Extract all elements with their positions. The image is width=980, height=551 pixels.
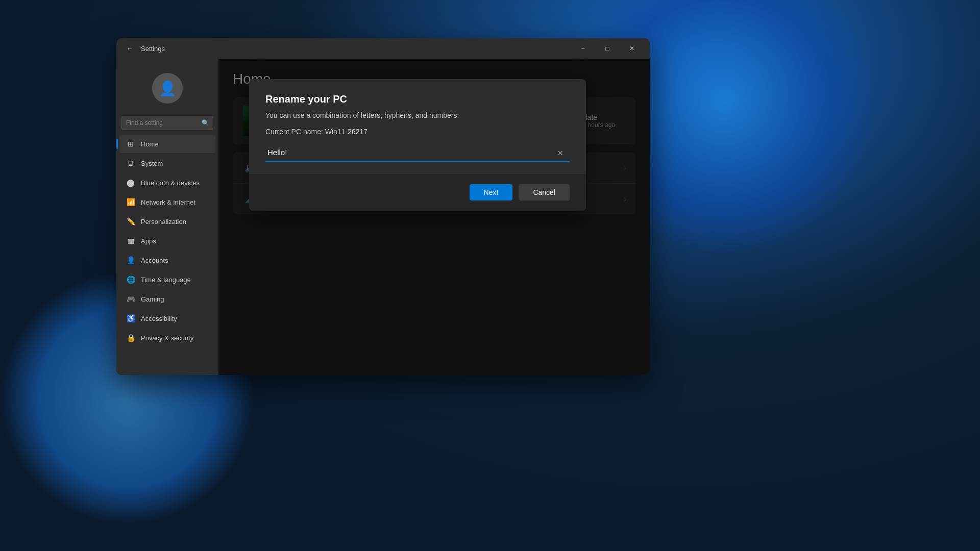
time-icon: 🌐 — [126, 274, 136, 285]
sidebar-label-privacy: Privacy & security — [141, 334, 193, 342]
sidebar-label-personalization: Personalization — [141, 218, 186, 226]
window-body: 👤 🔍 ⊞ Home 🖥 System ⬤ Bluetooth & device… — [116, 59, 650, 375]
system-icon: 🖥 — [126, 158, 136, 168]
next-button[interactable]: Next — [470, 184, 513, 201]
dialog-description: You can use a combination of letters, hy… — [265, 111, 570, 119]
sidebar-item-time[interactable]: 🌐 Time & language — [119, 270, 215, 289]
dialog-header: Rename your PC You can use a combination… — [249, 79, 586, 174]
cancel-button[interactable]: Cancel — [519, 184, 570, 201]
window-controls: − □ ✕ — [571, 40, 644, 57]
apps-icon: ▦ — [126, 236, 136, 246]
sidebar-item-personalization[interactable]: ✏️ Personalization — [119, 212, 215, 231]
rename-dialog: Rename your PC You can use a combination… — [249, 79, 586, 211]
minimize-button[interactable]: − — [571, 40, 595, 57]
gaming-icon: 🎮 — [126, 294, 136, 304]
window-title: Settings — [141, 45, 571, 53]
avatar-section: 👤 — [116, 63, 218, 112]
sidebar-item-apps[interactable]: ▦ Apps — [119, 232, 215, 250]
avatar[interactable]: 👤 — [152, 73, 183, 104]
accounts-icon: 👤 — [126, 255, 136, 265]
avatar-icon: 👤 — [159, 80, 177, 97]
sidebar-label-bluetooth: Bluetooth & devices — [141, 179, 200, 187]
accessibility-icon: ♿ — [126, 313, 136, 323]
privacy-icon: 🔒 — [126, 333, 136, 343]
back-button[interactable]: ← — [122, 41, 137, 56]
sidebar-label-time: Time & language — [141, 276, 191, 284]
restore-button[interactable]: □ — [596, 40, 619, 57]
pc-name-input[interactable] — [265, 144, 570, 162]
sidebar-item-gaming[interactable]: 🎮 Gaming — [119, 290, 215, 308]
input-clear-button[interactable]: ✕ — [555, 148, 566, 158]
sidebar-item-accessibility[interactable]: ♿ Accessibility — [119, 309, 215, 328]
sidebar-label-accessibility: Accessibility — [141, 315, 177, 322]
sidebar-label-system: System — [141, 160, 163, 167]
sidebar-label-network: Network & internet — [141, 198, 195, 206]
sidebar-item-home[interactable]: ⊞ Home — [119, 135, 215, 153]
sidebar-item-bluetooth[interactable]: ⬤ Bluetooth & devices — [119, 173, 215, 192]
sidebar-label-apps: Apps — [141, 237, 156, 245]
sidebar: 👤 🔍 ⊞ Home 🖥 System ⬤ Bluetooth & device… — [116, 59, 218, 375]
sidebar-item-system[interactable]: 🖥 System — [119, 154, 215, 172]
sidebar-label-home: Home — [141, 140, 159, 148]
titlebar: ← Settings − □ ✕ — [116, 38, 650, 59]
bluetooth-icon: ⬤ — [126, 178, 136, 188]
dialog-overlay: Rename your PC You can use a combination… — [218, 59, 650, 375]
sidebar-item-network[interactable]: 📶 Network & internet — [119, 193, 215, 211]
dialog-title: Rename your PC — [265, 93, 570, 105]
search-icon: 🔍 — [202, 119, 209, 127]
sidebar-item-accounts[interactable]: 👤 Accounts — [119, 251, 215, 269]
home-icon: ⊞ — [126, 139, 136, 149]
sidebar-label-accounts: Accounts — [141, 257, 168, 264]
dialog-footer: Next Cancel — [249, 174, 586, 211]
settings-window: ← Settings − □ ✕ 👤 🔍 ⊞ Home — [116, 38, 650, 375]
close-button[interactable]: ✕ — [620, 40, 644, 57]
personalization-icon: ✏️ — [126, 216, 136, 227]
sidebar-label-gaming: Gaming — [141, 295, 164, 303]
main-content: Home Win11-26217 VMware20,1 Rename 🖥 Eth… — [218, 59, 650, 375]
sidebar-item-privacy[interactable]: 🔒 Privacy & security — [119, 329, 215, 347]
search-input[interactable] — [121, 116, 213, 130]
dialog-current-name: Current PC name: Win11-26217 — [265, 128, 570, 136]
dialog-input-wrapper: ✕ — [265, 144, 570, 162]
search-box: 🔍 — [121, 116, 213, 130]
network-icon: 📶 — [126, 197, 136, 207]
